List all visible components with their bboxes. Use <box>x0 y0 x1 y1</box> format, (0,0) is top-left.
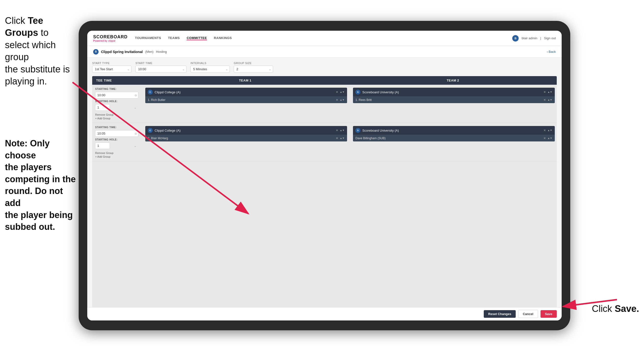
nav-rankings[interactable]: RANKINGS <box>214 36 232 40</box>
hosting-label: Hosting <box>156 50 167 53</box>
team2-player-2: Dave Billingham (SUB) ✕ ▲▼ <box>353 135 555 141</box>
time-input-1[interactable] <box>95 92 138 98</box>
team1-arrows-2[interactable]: ▲▼ <box>340 129 344 131</box>
instruction-note: Note: Only choose the players competing … <box>0 137 76 233</box>
team2-header-1: S Scoreboard University (A) ✕ ▲▼ <box>353 88 555 96</box>
nav-tournaments[interactable]: TOURNAMENTS <box>135 36 161 40</box>
team2-actions-1: ✕ ▲▼ <box>544 90 552 94</box>
col-tee-time: Tee Time <box>92 76 141 85</box>
team1-player-name-1: 1. Rich Butler <box>148 98 334 102</box>
team1-header-2: C Clippd College (A) ✕ ▲▼ <box>145 126 347 135</box>
team1-header-1: C Clippd College (A) ✕ ▲▼ <box>145 88 347 96</box>
content-area: Start Type 1st Tee Start Start Time Inte… <box>87 58 562 307</box>
team1-player-1: 1. Rich Butler ✕ ▲▼ <box>145 96 347 103</box>
team1-player-name-2: 2. Blair McHarg <box>148 137 334 140</box>
team2-player-actions-1: ✕ ▲▼ <box>544 98 552 102</box>
team1-badge-1: C <box>148 90 153 94</box>
player1-x-2[interactable]: ✕ <box>336 137 338 140</box>
player2-arrows-2[interactable]: ▲▼ <box>548 137 552 139</box>
intervals-select[interactable]: 5 Minutes <box>190 65 230 73</box>
intervals-select-wrapper: 5 Minutes <box>190 65 230 73</box>
start-type-label: Start Type <box>92 62 132 65</box>
instruction-top: Click Tee Groups to select which group t… <box>0 15 76 87</box>
player1-x-1[interactable]: ✕ <box>336 98 338 102</box>
team1-name-2: Clippd College (A) <box>154 129 334 132</box>
team1-arrows-1[interactable]: ▲▼ <box>340 91 344 93</box>
hole-input-1[interactable] <box>95 104 110 111</box>
player2-arrows-1[interactable]: ▲▼ <box>548 99 552 101</box>
team2-player-name-1: 1. Rees Britt <box>356 98 542 102</box>
player2-x-2[interactable]: ✕ <box>544 137 546 140</box>
click-save-label: Click Save. <box>592 304 639 314</box>
clock-icon-2: ⊙ <box>135 132 137 135</box>
tee-table: Tee Time Team 1 Team 2 STARTING TIME: ⊙ <box>92 76 557 307</box>
remove-group-1[interactable]: Remove Group <box>95 113 138 116</box>
team1-player-actions-2: ✕ ▲▼ <box>336 137 344 140</box>
form-row: Start Type 1st Tee Start Start Time Inte… <box>92 62 557 73</box>
add-group-1[interactable]: + Add Group <box>95 117 138 120</box>
team2-x-1[interactable]: ✕ <box>544 90 546 94</box>
starting-time-label-2: STARTING TIME: <box>95 126 138 129</box>
save-button[interactable]: Save <box>540 310 557 318</box>
start-time-label: Start Time <box>136 62 186 65</box>
signout-link[interactable]: Sign out <box>544 36 556 40</box>
team2-card-2[interactable]: S Scoreboard University (A) ✕ ▲▼ Dave Bi… <box>353 126 555 141</box>
starting-time-label-1: STARTING TIME: <box>95 88 138 90</box>
hole-input-2[interactable] <box>95 142 110 149</box>
group-size-select-wrapper: 2 <box>234 65 273 73</box>
team1-col-1: C Clippd College (A) ✕ ▲▼ 1. Rich Butler <box>143 88 349 103</box>
team2-col-2: S Scoreboard University (A) ✕ ▲▼ Dave Bi… <box>351 126 557 141</box>
player1-arrows-2[interactable]: ▲▼ <box>340 137 344 139</box>
team2-arrows-2[interactable]: ▲▼ <box>548 129 552 131</box>
logo-area: SCOREBOARD Powered by clippd <box>93 34 128 42</box>
group-size-select[interactable]: 2 <box>234 65 273 73</box>
cancel-button[interactable]: Cancel <box>518 310 538 318</box>
table-body: STARTING TIME: ⊙ STARTING HOLE: Remove G… <box>92 85 557 307</box>
back-button[interactable]: ‹ Back <box>547 50 556 53</box>
subheader: B Clippd Spring Invitational (Men) Hosti… <box>87 46 562 58</box>
player2-x-1[interactable]: ✕ <box>544 98 546 102</box>
team1-card-1[interactable]: C Clippd College (A) ✕ ▲▼ 1. Rich Butler <box>145 88 347 103</box>
nav-right: B blair admin | Sign out <box>512 35 556 41</box>
team2-col-1: S Scoreboard University (A) ✕ ▲▼ 1. Rees… <box>351 88 557 103</box>
team2-badge-2: S <box>356 128 360 133</box>
team2-arrows-1[interactable]: ▲▼ <box>548 91 552 93</box>
team1-player-actions-1: ✕ ▲▼ <box>336 98 344 102</box>
start-time-input[interactable] <box>136 65 186 73</box>
nav-teams[interactable]: TEAMS <box>168 36 180 40</box>
team1-name-1: Clippd College (A) <box>154 90 334 94</box>
add-group-2[interactable]: + Add Group <box>95 155 138 158</box>
nav-links: TOURNAMENTS TEAMS COMMITTEE RANKINGS <box>135 36 512 40</box>
nav-committee[interactable]: COMMITTEE <box>186 36 207 40</box>
starting-hole-label-2: STARTING HOLE: <box>95 138 138 141</box>
player1-arrows-1[interactable]: ▲▼ <box>340 99 344 101</box>
reset-button[interactable]: Reset Changes <box>484 310 516 318</box>
intervals-field: Intervals 5 Minutes <box>190 62 230 73</box>
team1-badge-2: C <box>148 128 153 133</box>
team1-actions-1: ✕ ▲▼ <box>336 90 344 94</box>
start-type-select-wrapper: 1st Tee Start <box>92 65 132 73</box>
time-input-2[interactable] <box>95 130 138 137</box>
start-time-select-wrapper <box>136 65 186 73</box>
team1-x-2[interactable]: ✕ <box>336 129 338 132</box>
team1-card-2[interactable]: C Clippd College (A) ✕ ▲▼ 2. Blair McHar… <box>145 126 347 141</box>
team1-col-2: C Clippd College (A) ✕ ▲▼ 2. Blair McHar… <box>143 126 349 141</box>
team2-card-1[interactable]: S Scoreboard University (A) ✕ ▲▼ 1. Rees… <box>353 88 555 103</box>
team1-actions-2: ✕ ▲▼ <box>336 129 344 132</box>
team1-x-1[interactable]: ✕ <box>336 90 338 94</box>
time-col-1: STARTING TIME: ⊙ STARTING HOLE: Remove G… <box>92 88 141 120</box>
starting-hole-label-1: STARTING HOLE: <box>95 100 138 103</box>
admin-avatar: B <box>512 35 519 41</box>
table-header: Tee Time Team 1 Team 2 <box>92 76 557 85</box>
table-row: STARTING TIME: ⊙ STARTING HOLE: Remove G… <box>92 85 557 123</box>
pipe-separator: | <box>540 36 541 40</box>
team2-player-name-2: Dave Billingham (SUB) <box>356 137 542 140</box>
subheader-badge: B <box>93 49 98 54</box>
hole-select-wrap-1 <box>95 104 138 111</box>
team2-actions-2: ✕ ▲▼ <box>544 129 552 132</box>
team2-x-2[interactable]: ✕ <box>544 129 546 132</box>
clock-icon-1: ⊙ <box>135 94 137 97</box>
table-row-2: STARTING TIME: ⊙ STARTING HOLE: Remove G… <box>92 123 557 161</box>
start-type-select[interactable]: 1st Tee Start <box>92 65 132 73</box>
remove-group-2[interactable]: Remove Group <box>95 151 138 154</box>
